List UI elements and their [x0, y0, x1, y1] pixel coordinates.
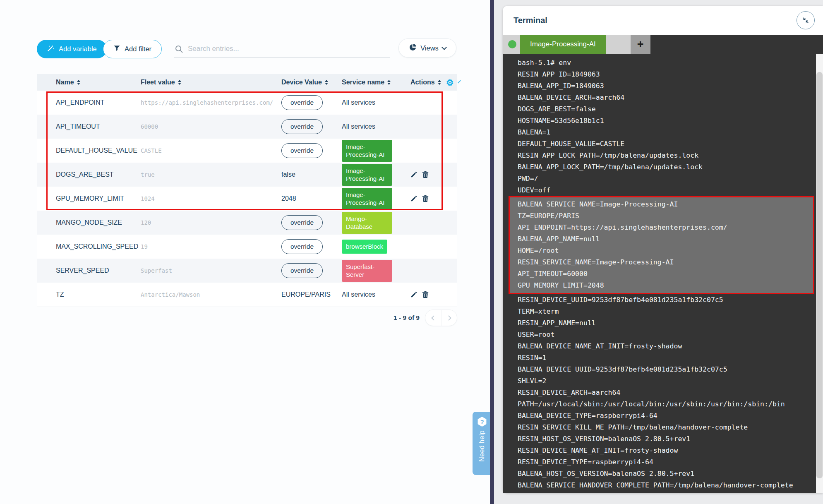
service-badge: Image-Processing-AI — [342, 140, 392, 162]
override-button[interactable]: override — [281, 263, 323, 278]
terminal-line: HOME=/root — [518, 245, 813, 257]
terminal-line: RESIN_DEVICE_ARCH=aarch64 — [518, 387, 813, 398]
terminal-line: RESIN=1 — [518, 352, 813, 364]
tab-strip: Image-Processing-AI + — [503, 35, 650, 54]
sort-icon — [77, 80, 80, 85]
edit-button[interactable] — [410, 171, 417, 178]
filter-funnel-icon — [113, 45, 120, 53]
sort-icon — [387, 80, 391, 85]
terminal-line: BALENA=1 — [518, 127, 813, 138]
gear-icon[interactable]: ⚙ — [446, 78, 454, 87]
fleet-value: Antarctica/Mawson — [141, 291, 281, 298]
device-value: 2048 — [281, 195, 296, 202]
terminal-line: BALENA_DEVICE_NAME_AT_INIT=frosty-shadow — [518, 341, 813, 352]
fleet-value: https://api.singlehashenterprises.com/ — [141, 99, 281, 106]
search-input[interactable] — [187, 41, 386, 56]
table-row: DOGS_ARE_BESTtruefalseImage-Processing-A… — [37, 163, 457, 187]
fleet-value: CASTLE — [141, 147, 281, 154]
column-header-device-value[interactable]: Device Value — [281, 79, 342, 86]
terminal-line: BALENA_DEVICE_UUID=9253df87befb4e081d235… — [518, 364, 813, 375]
table-row: DEFAULT_HOUSE_VALUECASTLEoverrideImage-P… — [37, 139, 457, 163]
device-value-cell: override — [281, 215, 342, 230]
fleet-value: 19 — [141, 243, 281, 250]
delete-button[interactable] — [422, 291, 429, 298]
column-header-fleet-value[interactable]: Fleet value — [141, 79, 281, 86]
service-badge: Superfast-Server — [342, 260, 392, 282]
prev-page-button[interactable] — [425, 310, 441, 326]
actions-cell — [410, 171, 457, 178]
service-name: All services — [342, 123, 375, 130]
edit-button[interactable] — [410, 195, 417, 202]
override-button[interactable]: override — [281, 95, 323, 110]
delete-button[interactable] — [422, 195, 429, 202]
terminal-panel: Terminal Image-Processing-AI + bash-5.1#… — [494, 0, 823, 504]
add-variable-button[interactable]: Add variable — [37, 40, 107, 58]
actions-cell — [410, 291, 457, 298]
edit-pencil-icon — [410, 195, 417, 202]
service-badge: browserBlock — [342, 240, 387, 254]
service-cell: Mango-Database — [342, 212, 410, 234]
terminal-line: bash-5.1# env — [518, 57, 813, 69]
device-value-cell: override — [281, 119, 342, 134]
terminal-scrollbar[interactable] — [816, 54, 823, 493]
terminal-line: BALENA_SERVICE_NAME=Image-Processing-AI — [518, 199, 813, 210]
chevron-left-icon — [431, 315, 437, 321]
views-button[interactable]: Views — [398, 38, 456, 58]
table-row: SERVER_SPEEDSuperfastoverrideSuperfast-S… — [37, 259, 457, 283]
service-cell: All services — [342, 291, 410, 298]
service-cell: All services — [342, 123, 410, 130]
terminal-screen[interactable]: bash-5.1# envRESIN_APP_ID=1849063BALENA_… — [503, 54, 823, 493]
variable-name: TZ — [37, 291, 141, 298]
collapse-terminal-button[interactable] — [797, 11, 815, 29]
fleet-value: true — [141, 171, 281, 178]
column-header-name[interactable]: Name — [37, 79, 141, 86]
edit-pencil-icon — [410, 291, 417, 298]
add-filter-label: Add filter — [125, 45, 151, 53]
service-cell: browserBlock — [342, 240, 410, 254]
device-value-cell: override — [281, 239, 342, 254]
edit-pencil-icon — [410, 171, 417, 178]
new-terminal-tab-button[interactable]: + — [631, 35, 650, 54]
column-label: Fleet value — [141, 79, 175, 86]
terminal-line: BALENA_DEVICE_ARCH=aarch64 — [518, 92, 813, 103]
table-header: Name Fleet value Device Value Service na… — [37, 74, 457, 91]
edit-button[interactable] — [410, 291, 417, 298]
terminal-line: BALENA_SERVICE_HANDOVER_COMPLETE_PATH=/t… — [518, 480, 813, 491]
fleet-value: Superfast — [141, 267, 281, 274]
terminal-line: BALENA_APP_LOCK_PATH=/tmp/balena/updates… — [518, 161, 813, 173]
terminal-line: BALENA_APP_ID=1849063 — [518, 80, 813, 92]
column-label: Actions — [410, 79, 435, 86]
override-button[interactable]: override — [281, 239, 323, 254]
terminal-line: DOGS_ARE_BEST=false — [518, 103, 813, 115]
table-row: GPU_MEMORY_LIMIT10242048Image-Processing… — [37, 187, 457, 211]
pagination: 1 - 9 of 9 — [0, 310, 457, 326]
variable-name: DOGS_ARE_BEST — [37, 171, 141, 178]
status-dot-icon — [508, 40, 516, 48]
chevron-right-icon — [446, 315, 451, 321]
override-button[interactable]: override — [281, 119, 323, 134]
column-header-actions[interactable]: Actions ⚙ — [410, 78, 457, 87]
service-name: All services — [342, 99, 375, 106]
delete-button[interactable] — [422, 171, 429, 178]
terminal-tab[interactable]: Image-Processing-AI — [520, 35, 606, 54]
fleet-value: 60000 — [141, 123, 281, 130]
terminal-line: BALENA_DEVICE_TYPE=raspberrypi4-64 — [518, 410, 813, 422]
terminal-line: API_TIMEOUT=60000 — [518, 268, 813, 280]
table-body: API_ENDPOINThttps://api.singlehashenterp… — [37, 91, 457, 307]
scrollbar-thumb[interactable] — [816, 72, 823, 478]
column-header-service-name[interactable]: Service name — [342, 79, 410, 86]
column-label: Name — [56, 79, 74, 86]
sort-icon — [325, 80, 328, 85]
next-page-button[interactable] — [441, 310, 457, 326]
terminal-line: HOSTNAME=53d56e18b1c1 — [518, 115, 813, 127]
sort-icon — [438, 80, 441, 85]
override-button[interactable]: override — [281, 215, 323, 230]
device-value-cell: false — [281, 171, 342, 178]
override-button[interactable]: override — [281, 143, 323, 158]
add-filter-button[interactable]: Add filter — [103, 40, 162, 58]
terminal-highlight-box: BALENA_SERVICE_NAME=Image-Processing-AIT… — [509, 196, 814, 294]
variable-name: API_ENDPOINT — [37, 99, 141, 106]
chevron-down-icon[interactable] — [458, 80, 461, 83]
search-icon — [175, 45, 184, 54]
need-help-button[interactable]: ? Need help — [473, 412, 492, 475]
